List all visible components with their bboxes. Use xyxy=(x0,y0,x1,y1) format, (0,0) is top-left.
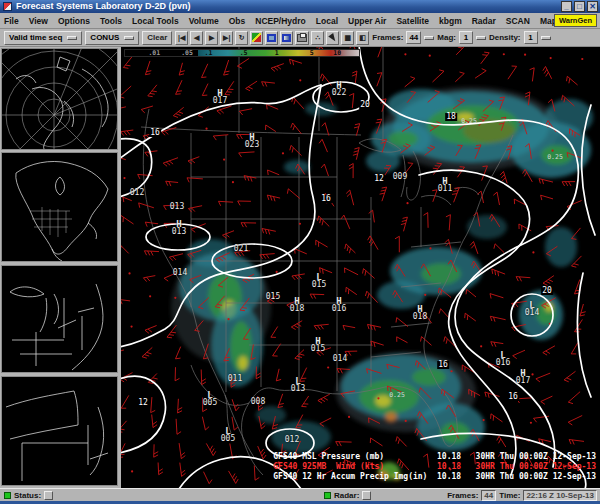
statusbar-frames-value: 44 xyxy=(481,490,496,501)
toolbar: Valid time seq CONUS Clear |◀◀▶▶|↻∴▦◧ Fr… xyxy=(0,29,600,47)
window-icon xyxy=(3,2,12,11)
option-menu-dash-icon xyxy=(476,36,486,40)
product-legend[interactable]: GFS40 MSL Pressure (mb) 10.18 30HR Thu 0… xyxy=(273,452,596,482)
option-menu-dash-icon xyxy=(541,36,551,40)
sidebar-map-panel-northeast[interactable] xyxy=(1,265,118,373)
window-title: Forecast Systems Laboratory D-2D (pvn) xyxy=(16,0,191,13)
image-fade-button[interactable] xyxy=(280,31,293,45)
step-forward-icon[interactable]: ▶ xyxy=(205,31,218,45)
colorbar-label: .05 xyxy=(181,50,193,57)
mag-label: Mag: xyxy=(437,33,456,42)
legend-line: GFS40 MSL Pressure (mb) 10.18 30HR Thu 0… xyxy=(273,452,596,462)
extend-panel-icon[interactable]: ◧ xyxy=(356,31,369,45)
window-controls: _□✕ xyxy=(561,1,598,12)
radar-led-icon xyxy=(324,492,331,499)
time-mode-value: Valid time seq xyxy=(9,33,62,42)
points-icon[interactable]: ∴ xyxy=(311,31,324,45)
draw-pencil-button[interactable] xyxy=(250,31,263,45)
loop-icon[interactable]: ↻ xyxy=(235,31,248,45)
print-button[interactable] xyxy=(295,31,309,45)
option-menu-dash-icon xyxy=(424,36,434,40)
colorbar-label: .01 xyxy=(148,50,160,57)
menu-kbgm[interactable]: kbgm xyxy=(439,16,462,26)
menu-items: FileViewOptionsToolsLocal ToolsVolumeObs… xyxy=(4,13,590,28)
clear-button[interactable]: Clear xyxy=(142,31,172,45)
menu-upper-air[interactable]: Upper Air xyxy=(348,16,386,26)
frames-label: Frames: xyxy=(372,33,403,42)
mag-select[interactable]: 1 xyxy=(459,31,473,44)
legend-line: GFS40 12 Hr Accum Precip Img(in) 10.18 3… xyxy=(273,472,596,482)
warngen-button[interactable]: WarnGen xyxy=(554,14,597,27)
status-label: Status: xyxy=(14,491,41,500)
option-menu-dash-icon xyxy=(124,36,134,40)
status-bar: Status: Radar: Frames: 44 Time: 22:16 Z … xyxy=(0,488,600,501)
northeast-us-map xyxy=(2,266,117,372)
colorbar-label: 5 xyxy=(310,50,314,57)
frames-select[interactable]: 44 xyxy=(406,31,421,44)
colorbar-label: .1 xyxy=(205,50,213,57)
density-select[interactable]: 1 xyxy=(524,31,538,44)
maximize-button[interactable]: □ xyxy=(574,1,585,12)
menu-local[interactable]: Local xyxy=(316,16,338,26)
main-map-canvas[interactable]: .01.05.1.51510 H017H022H023009H011012013… xyxy=(121,47,600,488)
menu-view[interactable]: View xyxy=(29,16,48,26)
hemisphere-map xyxy=(2,49,117,149)
sidebar-map-panel-state[interactable] xyxy=(1,376,118,486)
menu-options[interactable]: Options xyxy=(58,16,90,26)
scale-value: CONUS xyxy=(90,33,119,42)
sidebar-map-panel-hemisphere[interactable] xyxy=(1,48,118,150)
close-button[interactable]: ✕ xyxy=(587,1,598,12)
cursor-button[interactable] xyxy=(326,31,339,45)
scale-sidebar xyxy=(0,47,119,488)
colorbar-label: 10 xyxy=(333,50,341,57)
menu-satellite[interactable]: Satellite xyxy=(396,16,429,26)
menu-local-tools[interactable]: Local Tools xyxy=(132,16,179,26)
minimize-button[interactable]: _ xyxy=(561,1,572,12)
title-bar[interactable]: Forecast Systems Laboratory D-2D (pvn) _… xyxy=(0,0,600,13)
first-frame-icon[interactable]: |◀ xyxy=(175,31,188,45)
time-mode-select[interactable]: Valid time seq xyxy=(4,31,82,45)
state-scale-map xyxy=(2,377,117,485)
four-panel-icon[interactable]: ▦ xyxy=(341,31,354,45)
menu-tools[interactable]: Tools xyxy=(100,16,122,26)
menu-obs[interactable]: Obs xyxy=(229,16,246,26)
menu-file[interactable]: File xyxy=(4,16,19,26)
radar-label: Radar: xyxy=(334,491,359,500)
status-popup-button[interactable] xyxy=(44,491,53,500)
toolbar-icon-buttons: |◀◀▶▶|↻∴▦◧ xyxy=(175,31,369,45)
d2d-window: Forecast Systems Laboratory D-2D (pvn) _… xyxy=(0,0,600,504)
legend-line: GFS40 925MB Wind (kts) 10.18 30HR Thu 00… xyxy=(273,462,596,472)
statusbar-time-label: Time: xyxy=(499,491,520,500)
colorbar-label: .5 xyxy=(240,50,248,57)
weather-map xyxy=(121,47,600,488)
status-led-icon xyxy=(4,492,11,499)
menu-volume[interactable]: Volume xyxy=(189,16,219,26)
draw-pencil-icon xyxy=(252,33,261,42)
menu-bar: FileViewOptionsToolsLocal ToolsVolumeObs… xyxy=(0,13,600,29)
option-menu-dash-icon xyxy=(67,36,77,40)
sidebar-map-panel-north-america[interactable] xyxy=(1,152,118,262)
radar-popup-button[interactable] xyxy=(362,491,371,500)
statusbar-time-value: 22:16 Z 10-Sep-13 xyxy=(523,490,597,501)
density-label: Density: xyxy=(489,33,521,42)
cursor-icon xyxy=(328,33,338,43)
image-fade-icon xyxy=(282,34,291,42)
image-combo-button[interactable] xyxy=(265,31,278,45)
menu-ncep-hydro[interactable]: NCEP/Hydro xyxy=(255,16,306,26)
scale-select[interactable]: CONUS xyxy=(85,31,139,45)
last-frame-icon[interactable]: ▶| xyxy=(220,31,233,45)
image-combo-icon xyxy=(267,34,276,42)
menu-radar[interactable]: Radar xyxy=(472,16,496,26)
precip-colorbar: .01.05.1.51510 xyxy=(124,49,360,57)
content-area: .01.05.1.51510 H017H022H023009H011012013… xyxy=(0,47,600,488)
menu-scan[interactable]: SCAN xyxy=(506,16,530,26)
step-back-icon[interactable]: ◀ xyxy=(190,31,203,45)
statusbar-frames-label: Frames: xyxy=(447,491,478,500)
north-america-map xyxy=(2,153,117,261)
colorbar-label: 1 xyxy=(275,50,279,57)
print-icon xyxy=(297,34,307,42)
